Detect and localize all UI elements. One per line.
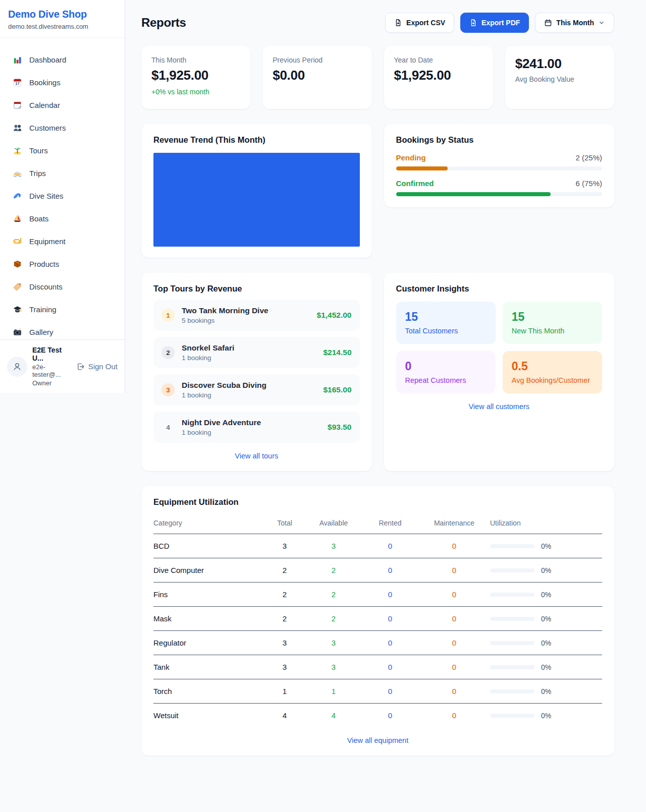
stat-label: Year to Date xyxy=(394,56,483,64)
tile-value: 0.5 xyxy=(512,360,593,373)
col-header-rented: Rented xyxy=(362,513,418,534)
person-icon xyxy=(12,362,22,372)
card-title: Top Tours by Revenue xyxy=(153,284,360,294)
sidebar-item-bookings[interactable]: 17 Bookings xyxy=(6,73,119,91)
utilization-cell: 0% xyxy=(490,542,602,550)
user-panel: E2E Test U... e2e-tester@... Owner Sign … xyxy=(0,339,125,393)
user-name: E2E Test U... xyxy=(32,346,71,362)
cell-available: 2 xyxy=(305,583,362,607)
cell-category: BCD xyxy=(153,534,264,558)
utilization-label: 0% xyxy=(541,712,551,720)
cell-category: Fins xyxy=(153,583,264,607)
cell-total: 3 xyxy=(264,534,305,558)
sidebar-item-label: Gallery xyxy=(29,328,53,336)
page-header: Reports Export CSV Export PDF This Month xyxy=(141,13,614,33)
svg-text:17: 17 xyxy=(15,81,19,86)
progress-track xyxy=(396,166,603,170)
sign-out-button[interactable]: Sign Out xyxy=(76,362,118,371)
cell-available: 2 xyxy=(305,607,362,631)
cell-rented: 0 xyxy=(362,583,418,607)
sidebar-item-products[interactable]: Products xyxy=(6,255,119,273)
stats-row: This Month $1,925.00 +0% vs last month P… xyxy=(141,46,614,109)
tile-avg-bookings: 0.5 Avg Bookings/Customer xyxy=(503,351,602,393)
rank-badge: 1 xyxy=(162,309,175,322)
sidebar-item-discounts[interactable]: Discounts xyxy=(6,277,119,296)
insights-row: Top Tours by Revenue 1 Two Tank Morning … xyxy=(141,273,614,471)
stat-label: Avg Booking Value xyxy=(515,75,604,83)
sidebar-item-dive-sites[interactable]: Dive Sites xyxy=(6,187,119,205)
people-icon xyxy=(12,123,22,133)
table-row: BCD 3 3 0 0 0% xyxy=(153,534,602,558)
sidebar-item-training[interactable]: Training xyxy=(6,300,119,318)
sidebar-item-trips[interactable]: Trips xyxy=(6,164,119,182)
view-all-customers-link[interactable]: View all customers xyxy=(396,402,603,411)
cell-total: 2 xyxy=(264,583,305,607)
sidebar-item-label: Dashboard xyxy=(29,55,66,64)
cell-available: 3 xyxy=(305,534,362,558)
page-title: Reports xyxy=(141,16,186,30)
period-select[interactable]: This Month xyxy=(535,13,614,33)
tour-row: 4 Night Dive Adventure 1 booking $93.50 xyxy=(153,412,360,443)
tile-label: New This Month xyxy=(512,327,593,335)
view-all-tours-link[interactable]: View all tours xyxy=(153,452,360,460)
file-download-icon xyxy=(469,19,477,27)
sidebar-item-label: Dive Sites xyxy=(29,192,64,200)
stat-card-previous-period: Previous Period $0.00 xyxy=(262,46,371,109)
tour-row: 1 Two Tank Morning Dive 5 bookings $1,45… xyxy=(153,300,360,331)
utilization-cell: 0% xyxy=(490,615,602,623)
customer-insights-card: Customer Insights 15 Total Customers 15 … xyxy=(384,273,615,471)
sidebar-item-tours[interactable]: Tours xyxy=(6,141,119,159)
sidebar-item-dashboard[interactable]: Dashboard xyxy=(6,50,119,69)
header-actions: Export CSV Export PDF This Month xyxy=(385,13,614,33)
cell-rented: 0 xyxy=(362,679,418,704)
cell-available: 3 xyxy=(305,655,362,679)
cell-available: 1 xyxy=(305,679,362,704)
table-row: Torch 1 1 0 0 0% xyxy=(153,679,602,704)
tile-new-this-month: 15 New This Month xyxy=(503,302,602,344)
tour-bookings: 1 booking xyxy=(182,429,261,436)
cell-rented: 0 xyxy=(362,655,418,679)
cell-total: 4 xyxy=(264,704,305,728)
view-all-equipment-link[interactable]: View all equipment xyxy=(153,736,602,744)
export-pdf-button[interactable]: Export PDF xyxy=(460,13,529,33)
tour-revenue: $165.00 xyxy=(323,385,351,394)
tile-label: Avg Bookings/Customer xyxy=(512,376,593,384)
tour-name: Discover Scuba Diving xyxy=(182,381,266,390)
status-row-pending: Pending 2 (25%) xyxy=(396,153,603,170)
graduation-cap-icon xyxy=(12,304,22,314)
utilization-label: 0% xyxy=(541,663,551,671)
brand: Demo Dive Shop demo.test.divestreams.com xyxy=(0,0,125,38)
sidebar-item-customers[interactable]: Customers xyxy=(6,119,119,137)
export-csv-button[interactable]: Export CSV xyxy=(385,13,454,33)
rank-badge: 2 xyxy=(162,346,175,359)
tour-name: Two Tank Morning Dive xyxy=(182,306,268,315)
tile-repeat-customers: 0 Repeat Customers xyxy=(396,351,496,393)
calendar-icon xyxy=(544,19,552,27)
tour-name: Snorkel Safari xyxy=(182,343,234,353)
sidebar-item-label: Training xyxy=(29,305,57,314)
shop-domain: demo.test.divestreams.com xyxy=(8,23,117,30)
cell-available: 4 xyxy=(305,704,362,728)
export-pdf-label: Export PDF xyxy=(481,19,520,27)
stat-value: $1,925.00 xyxy=(151,68,240,83)
status-count: 2 (25%) xyxy=(575,153,602,162)
cell-total: 1 xyxy=(264,679,305,704)
sidebar-item-gallery[interactable]: Gallery xyxy=(6,323,119,339)
sidebar-item-calendar[interactable]: Calendar xyxy=(6,96,119,114)
card-title: Bookings by Status xyxy=(396,135,603,145)
cell-rented: 0 xyxy=(362,607,418,631)
sidebar-item-equipment[interactable]: Equipment xyxy=(6,232,119,250)
progress-fill xyxy=(396,192,551,196)
sailboat-icon xyxy=(12,213,22,223)
cell-category: Tank xyxy=(153,655,264,679)
sidebar-item-boats[interactable]: Boats xyxy=(6,209,119,227)
status-row-confirmed: Confirmed 6 (75%) xyxy=(396,179,603,196)
utilization-cell: 0% xyxy=(490,663,602,671)
progress-fill xyxy=(396,166,448,170)
status-label: Pending xyxy=(396,153,426,162)
col-header-available: Available xyxy=(305,513,362,534)
stat-label: Previous Period xyxy=(273,56,361,64)
shop-name: Demo Dive Shop xyxy=(8,9,117,20)
export-csv-label: Export CSV xyxy=(406,19,445,27)
cell-maintenance: 0 xyxy=(418,631,490,655)
